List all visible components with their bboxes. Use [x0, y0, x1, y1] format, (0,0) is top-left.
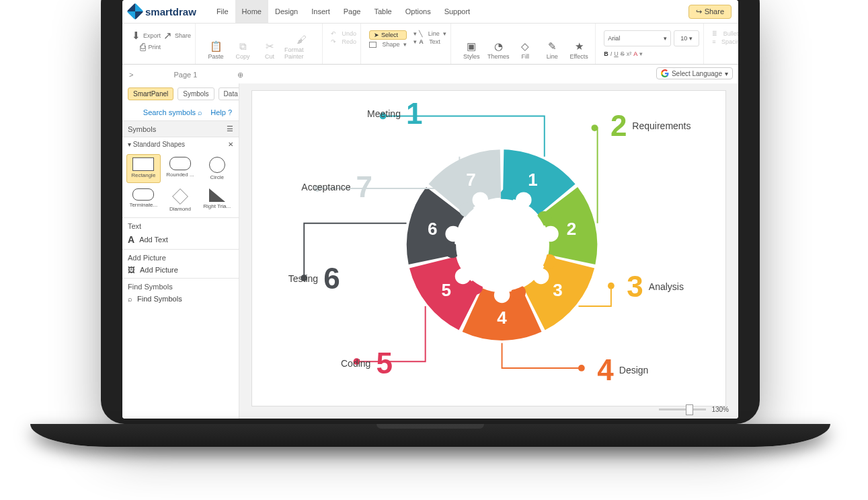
svg-point-16 [592, 124, 598, 131]
laptop-base [30, 424, 830, 447]
segment-text-5: Coding [341, 358, 370, 369]
find-symbols-button[interactable]: ⌕ Find Symbols [128, 295, 233, 303]
svg-point-17 [608, 283, 615, 289]
segment-label-6[interactable]: 6Testing [288, 264, 340, 293]
segment-text-2: Requirements [632, 120, 691, 131]
shape-circle[interactable]: Circle [200, 154, 234, 183]
shape-diamond[interactable]: Diamond [163, 186, 198, 215]
zoom-value: 130% [711, 406, 729, 413]
segment-text-3: Analysis [649, 281, 684, 292]
standard-shapes-header[interactable]: ▾ Standard Shapes ✕ [122, 137, 239, 151]
page-nav-left[interactable]: > [129, 71, 133, 79]
menu-item-table[interactable]: Table [367, 0, 398, 23]
big-number-3: 3 [627, 272, 643, 301]
line-style-button[interactable]: ✎ Line [540, 28, 564, 60]
menu-item-support[interactable]: Support [438, 0, 477, 23]
add-picture-button[interactable]: 🖼 Add Picture [128, 266, 233, 274]
zoom-control[interactable]: 130% [659, 406, 729, 413]
effects-icon: ★ [575, 41, 584, 51]
shape-terminate-[interactable]: Terminate... [126, 186, 161, 215]
superscript-button[interactable]: x² [627, 50, 632, 57]
menu-item-home[interactable]: Home [235, 0, 268, 23]
share-ribbon-button[interactable]: ↗Share [163, 30, 191, 40]
svg-point-18 [578, 365, 585, 371]
share-button[interactable]: Share [688, 5, 732, 19]
paste-button[interactable]: 📋 Paste [204, 28, 228, 60]
menu-item-options[interactable]: Options [399, 0, 438, 23]
zoom-slider-handle[interactable] [686, 404, 693, 415]
add-page-button[interactable]: ⊕ [237, 71, 243, 79]
search-icon: ⌕ [128, 295, 132, 303]
download-icon: ⬇ [132, 30, 141, 40]
font-size-select[interactable]: 10 ▾ [674, 30, 699, 46]
segment-label-1[interactable]: 1Meeting [367, 99, 422, 129]
add-text-button[interactable]: A Add Text [128, 234, 233, 245]
help-link[interactable]: Help ? [210, 108, 232, 116]
segment-label-4[interactable]: 4Design [597, 355, 648, 385]
undo-button[interactable]: ↶ Undo [331, 30, 356, 37]
italic-button[interactable]: I [610, 50, 613, 57]
search-symbols-link[interactable]: Search symbols ⌕ [143, 108, 202, 116]
segment-label-2[interactable]: 2Requirements [610, 111, 691, 141]
shape-rectangle[interactable]: Rectangle [126, 154, 161, 183]
line-icon: ╲ [419, 30, 422, 37]
fill-button[interactable]: ◇ Fill [513, 28, 537, 60]
drawing-canvas[interactable]: 12345671Meeting2Requirements3Analysis4De… [251, 90, 726, 406]
segment-text-1: Meeting [367, 108, 401, 119]
menu-item-file[interactable]: File [210, 0, 235, 23]
chevron-down-icon: ▾ [725, 70, 728, 77]
effects-button[interactable]: ★ Effects [567, 28, 591, 60]
shape-right-tria-[interactable]: Right Tria... [200, 186, 234, 215]
bullet-button[interactable]: ≣ Bullet [712, 30, 738, 37]
menu-icon[interactable]: ☰ [227, 124, 233, 133]
undo-icon: ↶ [331, 30, 336, 37]
themes-button[interactable]: ◔ Themes [486, 28, 510, 60]
spacing-icon: ≡ [712, 38, 715, 45]
format-painter-button[interactable]: 🖌 Format Painter [284, 28, 318, 60]
laptop-frame: smartdraw FileHomeDesignInsertPageTableO… [101, 0, 760, 424]
font-select[interactable]: Arial ▾ [604, 30, 671, 46]
line-tool[interactable]: ▾ ╲ Line ▾ [413, 30, 446, 37]
menu-item-design[interactable]: Design [268, 0, 305, 23]
redo-button[interactable]: ↷ Redo [331, 38, 356, 45]
segment-label-5[interactable]: 5Coding [341, 349, 393, 378]
spacing-button[interactable]: ≡ Spacing [712, 38, 738, 45]
tab-symbols[interactable]: Symbols [177, 87, 214, 100]
search-icon: ⌕ [198, 108, 202, 116]
underline-button[interactable]: U [614, 50, 619, 57]
print-button[interactable]: ⎙Print [132, 42, 161, 52]
menu-item-insert[interactable]: Insert [305, 0, 337, 23]
menu-item-page[interactable]: Page [337, 0, 368, 23]
print-icon: ⎙ [140, 42, 146, 52]
export-button[interactable]: ⬇Export [132, 30, 161, 40]
styles-button[interactable]: ▣ Styles [459, 28, 483, 60]
segment-label-3[interactable]: 3Analysis [627, 272, 684, 301]
shape-tool[interactable]: Shape ▾ [369, 41, 407, 48]
canvas-area: 12345671Meeting2Requirements3Analysis4De… [239, 83, 738, 419]
text-tool[interactable]: ▾ A Text [413, 38, 446, 45]
copy-button[interactable]: ⧉ Copy [231, 28, 255, 60]
zoom-slider-track[interactable] [659, 408, 706, 410]
shape-rounded-[interactable]: Rounded ... [163, 154, 198, 183]
content-area: SmartPanel Symbols Data ✕ Search symbols… [122, 83, 738, 419]
select-tool[interactable]: ➤Select [369, 30, 407, 40]
font-color-button[interactable]: A [633, 50, 637, 57]
styles-icon: ▣ [467, 41, 476, 51]
cut-button[interactable]: ✂ Cut [258, 28, 282, 60]
segment-label-7[interactable]: 7Acceptance [301, 172, 372, 202]
app-screen: smartdraw FileHomeDesignInsertPageTableO… [122, 0, 738, 419]
tab-data[interactable]: Data [219, 87, 239, 100]
close-icon[interactable]: ✕ [228, 141, 233, 148]
big-number-5: 5 [376, 349, 392, 378]
find-symbols-header: Find Symbols [128, 283, 233, 291]
strike-button[interactable]: S [621, 50, 625, 57]
picture-section-header: Add Picture [128, 254, 233, 262]
tab-smartpanel[interactable]: SmartPanel [128, 87, 173, 100]
symbols-header: Symbols ☰ [122, 120, 239, 137]
language-select[interactable]: Select Language ▾ [656, 67, 733, 79]
brand-text: smartdraw [145, 6, 196, 17]
more-font-button[interactable]: ▾ [639, 50, 643, 57]
page-tab[interactable]: Page 1 [173, 71, 197, 79]
svg-point-14 [456, 199, 548, 291]
bold-button[interactable]: B [604, 50, 608, 57]
